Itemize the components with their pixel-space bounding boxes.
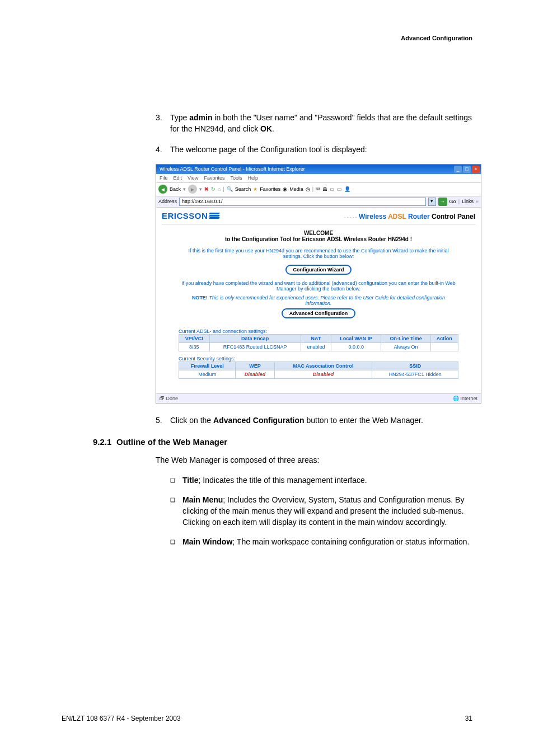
edit-icon[interactable]: ▭ [330, 186, 335, 192]
th-action: Action [430, 334, 458, 342]
address-label: Address [158, 199, 177, 204]
th-nat: NAT [301, 334, 331, 342]
maximize-icon[interactable]: □ [463, 166, 471, 173]
back-icon[interactable]: ◄ [158, 185, 167, 194]
section-intro: The Web Manager is composed of three are… [156, 454, 472, 466]
footer-page-number: 31 [465, 715, 472, 722]
adsl-settings-caption: Current ADSL- and connection settings: [179, 328, 458, 334]
address-field[interactable]: http://192.168.0.1/ [179, 198, 426, 206]
security-settings-table: Firewall Level WEP MAC Association Contr… [179, 361, 458, 379]
menu-file[interactable]: File [160, 175, 168, 181]
bullet-text: Title; Indicates the title of this manag… [182, 475, 472, 486]
stop-icon[interactable]: ✖ [204, 186, 209, 192]
links-label[interactable]: Links [462, 199, 474, 204]
page-footer: EN/LZT 108 6377 R4 - September 2003 31 [62, 715, 472, 722]
go-label[interactable]: Go [449, 199, 456, 204]
print-icon[interactable]: 🖶 [322, 186, 327, 192]
browser-menubar: File Edit View Favorites Tools Help [156, 174, 481, 183]
configuration-wizard-button[interactable]: Configuration Wizard [285, 265, 352, 275]
security-settings-caption: Current Security settings: [179, 356, 458, 361]
window-titlebar: Wireless ADSL Router Control Panel - Mic… [156, 165, 481, 174]
address-bar: Address http://192.168.0.1/ ▾ → Go | Lin… [156, 196, 481, 208]
th-encap: Data Encap [209, 334, 301, 342]
bullet-icon: ❑ [170, 494, 182, 528]
minimize-icon[interactable]: _ [454, 166, 462, 173]
step-text: The welcome page of the Configuration to… [170, 144, 472, 155]
browser-statusbar: 🗗 Done 🌐 Internet [156, 393, 481, 403]
address-dropdown-icon[interactable]: ▾ [428, 198, 436, 206]
bullet-text: Main Window; The main workspace containi… [182, 536, 472, 547]
page-content: 3. Type admin in both the "User name" an… [0, 0, 534, 547]
welcome-panel: WELCOME to the Configuration Tool for Er… [162, 224, 475, 388]
browser-toolbar: ◄ Back ▾ ► ▾ ✖ ↻ ⌂ | 🔍 Search ★ Favorite… [156, 183, 481, 196]
table-row: Medium Disabled Disabled HN294-537FC1 Hi… [179, 370, 458, 378]
th-ssid: SSID [372, 361, 458, 370]
th-online: On-Line Time [381, 334, 430, 342]
menu-edit[interactable]: Edit [174, 175, 182, 181]
page-header: Advanced Configuration [401, 35, 472, 41]
menu-favorites[interactable]: Favorites [204, 175, 224, 181]
bullet-main-window: ❑ Main Window; The main workspace contai… [170, 536, 472, 547]
advanced-intro: If you already have completed the wizard… [179, 280, 458, 292]
search-label[interactable]: Search [235, 186, 251, 192]
advanced-configuration-button[interactable]: Advanced Configuration [282, 308, 356, 318]
mail-icon[interactable]: ✉ [316, 186, 320, 192]
step-number: 5. [156, 415, 170, 426]
th-mac: MAC Association Control [274, 361, 372, 370]
section-heading: 9.2.1 Outline of the Web Manager [156, 437, 472, 447]
table-row: 8/35 RFC1483 Routed LLCSNAP enabled 0.0.… [179, 342, 458, 351]
wizard-intro: If this is the first time you use your H… [179, 248, 458, 259]
messenger-icon[interactable]: 👤 [344, 186, 350, 192]
step-text: Click on the Advanced Configuration butt… [170, 415, 472, 426]
bullet-icon: ❑ [170, 475, 182, 486]
ericsson-logo: ERICSSON [162, 211, 219, 220]
section-title: Outline of the Web Manager [116, 437, 227, 447]
step-4: 4. The welcome page of the Configuration… [156, 144, 472, 155]
history-icon[interactable]: ◷ [306, 186, 310, 192]
step-5: 5. Click on the Advanced Configuration b… [156, 415, 472, 426]
step-number: 4. [156, 144, 170, 155]
bullet-main-menu: ❑ Main Menu; Includes the Overview, Syst… [170, 494, 472, 528]
router-page: ERICSSON · · · · · Wireless ADSL Router … [156, 208, 481, 393]
th-vpivci: VPI/VCI [179, 334, 210, 342]
advanced-note: NOTE! This is only recommended for exper… [179, 295, 458, 306]
menu-view[interactable]: View [188, 175, 198, 181]
section-number: 9.2.1 [55, 437, 116, 447]
status-zone: 🌐 Internet [453, 396, 477, 401]
step-number: 3. [156, 112, 170, 135]
back-label[interactable]: Back [170, 186, 181, 192]
forward-icon[interactable]: ► [188, 185, 197, 194]
menu-tools[interactable]: Tools [230, 175, 242, 181]
step-text: Type admin in both the "User name" and "… [170, 112, 472, 135]
status-done: 🗗 Done [160, 396, 178, 401]
welcome-subheading: to the Configuration Tool for Ericsson A… [179, 236, 458, 242]
th-wanip: Local WAN IP [331, 334, 381, 342]
refresh-icon[interactable]: ↻ [211, 186, 216, 192]
browser-screenshot: Wireless ADSL Router Control Panel - Mic… [156, 164, 481, 403]
step-3: 3. Type admin in both the "User name" an… [156, 112, 472, 135]
go-button[interactable]: → [438, 198, 447, 206]
footer-left: EN/LZT 108 6377 R4 - September 2003 [62, 715, 181, 722]
control-panel-title: · · · · · Wireless ADSL Router Control P… [344, 212, 475, 220]
discuss-icon[interactable]: ▭ [337, 186, 342, 192]
menu-help[interactable]: Help [247, 175, 258, 181]
bullet-icon: ❑ [170, 536, 182, 547]
search-icon[interactable]: 🔍 [227, 186, 233, 192]
media-label[interactable]: Media [289, 186, 303, 192]
home-icon[interactable]: ⌂ [218, 186, 221, 192]
favorites-icon[interactable]: ★ [253, 186, 257, 192]
bullet-title: ❑ Title; Indicates the title of this man… [170, 475, 472, 486]
media-icon[interactable]: ◉ [283, 186, 287, 192]
close-icon[interactable]: × [472, 166, 480, 173]
bullet-text: Main Menu; Includes the Overview, System… [182, 494, 472, 528]
th-wep: WEP [236, 361, 274, 370]
favorites-label[interactable]: Favorites [260, 186, 280, 192]
adsl-settings-table: VPI/VCI Data Encap NAT Local WAN IP On-L… [179, 334, 458, 351]
th-firewall: Firewall Level [179, 361, 236, 370]
welcome-heading: WELCOME [179, 230, 458, 236]
window-title: Wireless ADSL Router Control Panel - Mic… [157, 166, 305, 172]
